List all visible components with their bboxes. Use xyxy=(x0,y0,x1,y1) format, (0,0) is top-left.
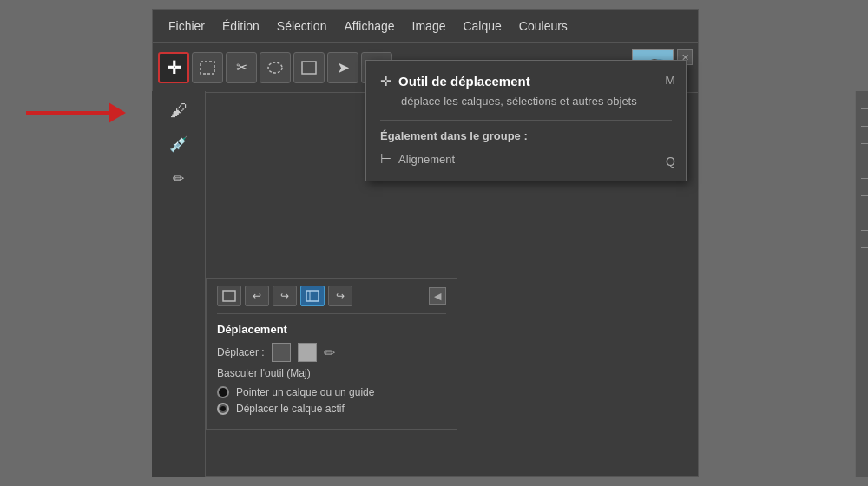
ruler-mark xyxy=(861,161,868,161)
lasso-tool-button[interactable] xyxy=(260,52,291,83)
menu-fichier[interactable]: Fichier xyxy=(161,16,212,36)
options-panel: ↩ ↪ ↪ ◀ Déplacement Déplacer : ✏ Bascule… xyxy=(206,278,457,430)
opt-btn-3[interactable]: ↪ xyxy=(273,286,297,306)
arrow-shaft xyxy=(26,111,108,115)
arrow-tool-button[interactable]: ➤ xyxy=(327,52,358,83)
opt-btn-4[interactable] xyxy=(300,286,325,306)
svg-rect-2 xyxy=(302,62,316,74)
radio-deplacer-actif[interactable] xyxy=(217,403,229,415)
ruler-mark xyxy=(861,126,868,127)
deplacer-label: Déplacer : xyxy=(217,346,265,358)
alignment-label: Alignement xyxy=(398,153,455,166)
left-tool-paint[interactable]: 🖌 xyxy=(163,95,194,126)
menu-calque[interactable]: Calque xyxy=(456,16,508,36)
toggle-section-label: Basculer l'outil (Maj) xyxy=(217,367,446,379)
menu-image[interactable]: Image xyxy=(405,16,453,36)
deplacer-swatch-2[interactable] xyxy=(298,343,317,362)
left-tool-eyedropper[interactable]: 💉 xyxy=(163,128,194,160)
radio-pointer-calque[interactable] xyxy=(217,386,229,398)
ruler-mark xyxy=(861,195,868,196)
tooltip-shortcut: M xyxy=(665,73,675,87)
rect-select-tool-button[interactable] xyxy=(192,52,223,83)
left-tool-panel: 🖌 💉 ✏ xyxy=(152,91,206,477)
tooltip-group-item: ⊢ Alignement xyxy=(380,149,672,168)
menu-affichage[interactable]: Affichage xyxy=(337,16,401,36)
tooltip-group-title: Également dans le groupe : xyxy=(380,129,672,142)
scissors-tool-button[interactable]: ✂ xyxy=(226,52,257,83)
menu-bar: Fichier Édition Sélection Affichage Imag… xyxy=(153,10,698,43)
panel-collapse-button[interactable]: ◀ xyxy=(429,287,446,305)
opt-btn-1[interactable] xyxy=(217,286,241,306)
tooltip-popup: ✛ Outil de déplacement M déplace les cal… xyxy=(365,60,687,181)
ruler-mark xyxy=(861,247,868,248)
radio-option-2-row: Déplacer le calque actif xyxy=(217,403,446,415)
tooltip-tool-icon: ✛ xyxy=(380,73,391,89)
tooltip-description: déplace les calques, sélections et autre… xyxy=(401,95,672,108)
eyedropper-tool[interactable]: ✏ xyxy=(324,345,335,361)
ruler-mark xyxy=(861,230,868,231)
ruler-mark xyxy=(861,143,868,144)
vertical-ruler xyxy=(855,91,868,477)
deplacer-swatch-1[interactable] xyxy=(272,343,291,362)
tooltip-divider xyxy=(380,120,672,121)
svg-rect-9 xyxy=(223,291,235,301)
crop-tool-button[interactable] xyxy=(293,52,325,83)
opt-btn-5[interactable]: ↪ xyxy=(328,286,352,306)
svg-rect-0 xyxy=(201,62,214,74)
menu-selection[interactable]: Sélection xyxy=(270,16,334,36)
radio-option-1-row: Pointer un calque ou un guide xyxy=(217,386,446,398)
svg-rect-10 xyxy=(306,291,319,301)
menu-couleurs[interactable]: Couleurs xyxy=(512,16,575,36)
ruler-mark xyxy=(861,178,868,179)
arrow-head xyxy=(108,102,126,123)
options-toolbar: ↩ ↪ ↪ ◀ xyxy=(217,286,446,314)
options-section-title: Déplacement xyxy=(217,323,446,336)
ruler-mark xyxy=(861,108,868,109)
left-tool-pen[interactable]: ✏ xyxy=(163,162,194,194)
ruler-mark xyxy=(861,213,868,213)
tooltip-title-row: ✛ Outil de déplacement xyxy=(380,73,672,89)
alignment-icon: ⊢ xyxy=(380,151,391,167)
deplacer-row: Déplacer : ✏ xyxy=(217,343,446,362)
move-tool-button[interactable]: ✛ xyxy=(158,52,189,83)
toggle-section: Basculer l'outil (Maj) Pointer un calque… xyxy=(217,367,446,415)
tooltip-tool-name: Outil de déplacement xyxy=(398,74,530,89)
arrow-annotation xyxy=(26,102,126,123)
radio-label-1: Pointer un calque ou un guide xyxy=(236,386,374,398)
menu-edition[interactable]: Édition xyxy=(215,16,266,36)
svg-point-1 xyxy=(268,62,282,73)
tooltip-group-shortcut: Q xyxy=(666,154,675,168)
opt-btn-2[interactable]: ↩ xyxy=(245,286,269,306)
radio-label-2: Déplacer le calque actif xyxy=(236,403,345,415)
